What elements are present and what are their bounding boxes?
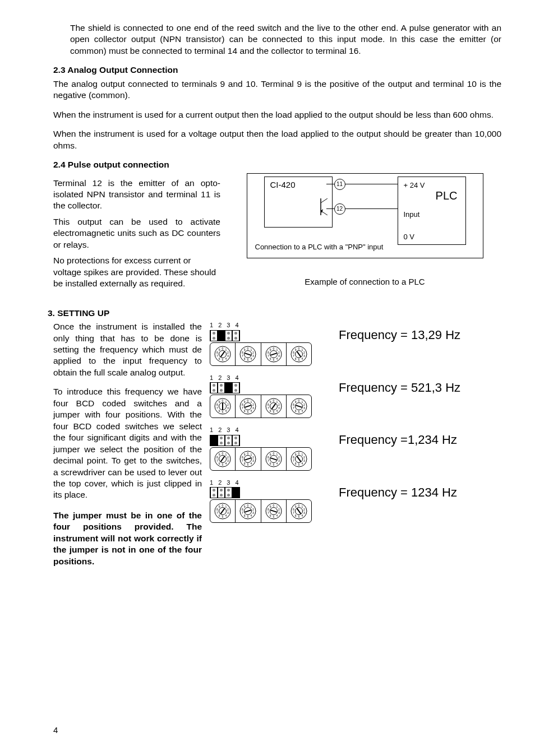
svg-text:3: 3 <box>278 511 280 514</box>
svg-text:4: 4 <box>301 357 303 360</box>
dip-slot-3 <box>225 435 232 446</box>
svg-text:9: 9 <box>219 400 220 403</box>
svg-text:0: 0 <box>247 347 249 350</box>
svg-text:3: 3 <box>227 459 229 462</box>
dip-slot-4 <box>233 488 239 498</box>
svg-text:1: 1 <box>225 347 227 351</box>
svg-text:5: 5 <box>273 463 274 466</box>
svg-text:9: 9 <box>244 453 246 456</box>
dip-slot-3 <box>225 383 232 393</box>
svg-text:0: 0 <box>273 399 274 402</box>
svg-text:3: 3 <box>227 406 229 410</box>
svg-text:4: 4 <box>251 514 252 517</box>
svg-text:1: 1 <box>251 453 252 456</box>
svg-text:5: 5 <box>298 358 299 361</box>
svg-text:5: 5 <box>298 463 299 466</box>
svg-text:0: 0 <box>273 347 274 350</box>
svg-text:3: 3 <box>252 354 254 358</box>
svg-text:3: 3 <box>227 354 229 358</box>
svg-text:2: 2 <box>278 403 280 406</box>
svg-text:8: 8 <box>216 456 218 459</box>
svg-text:0: 0 <box>298 347 299 350</box>
svg-text:5: 5 <box>273 410 274 414</box>
svg-text:7: 7 <box>216 354 218 358</box>
svg-text:3: 3 <box>252 511 254 514</box>
svg-text:0: 0 <box>298 399 299 402</box>
svg-text:3: 3 <box>278 406 280 410</box>
dip-slot-1 <box>211 435 217 446</box>
svg-text:3: 3 <box>303 354 305 358</box>
svg-text:7: 7 <box>293 406 294 410</box>
svg-text:1: 1 <box>276 347 278 351</box>
svg-text:8: 8 <box>268 508 269 511</box>
sec23-p2: When the instrument is used for a curren… <box>53 109 501 120</box>
encoder-3-3: 0123456789 <box>261 448 287 470</box>
svg-text:7: 7 <box>242 511 243 514</box>
svg-text:2: 2 <box>303 456 305 459</box>
svg-text:9: 9 <box>219 453 220 456</box>
svg-text:5: 5 <box>298 410 299 414</box>
svg-text:0: 0 <box>222 347 224 350</box>
svg-text:2: 2 <box>252 403 254 406</box>
svg-text:4: 4 <box>225 514 227 517</box>
encoder-1-1: 0123456789 <box>210 343 236 365</box>
encoder-group-2: 0123456789 0123456789 0123456789 0123456… <box>210 395 312 418</box>
svg-text:7: 7 <box>242 459 243 462</box>
dip-label-4: 1 2 3 4 <box>210 479 322 487</box>
plc-24v-label: + 24 V <box>404 180 425 190</box>
svg-text:8: 8 <box>216 350 218 354</box>
dip-slot-1 <box>211 331 217 341</box>
sec24-p1: Terminal 12 is the emitter of an opto-is… <box>53 178 220 212</box>
dip-slot-4 <box>233 435 239 446</box>
sec23-p3: When the instrument is used for a voltag… <box>53 128 501 151</box>
svg-text:8: 8 <box>242 508 243 511</box>
svg-text:0: 0 <box>298 504 299 507</box>
dip-label-2: 1 2 3 4 <box>210 374 322 382</box>
sec3-p3: The jumper must be in one of the four po… <box>53 510 202 567</box>
plc-diagram: CI-420 PLC + 24 V Input 0 V 11 <box>247 173 483 258</box>
svg-text:7: 7 <box>293 354 294 358</box>
svg-text:4: 4 <box>276 357 278 360</box>
frequency-example-2: 1 2 3 4 0123456789 0123456789 0123456789… <box>210 374 501 419</box>
encoder-group-1: 0123456789 0123456789 0123456789 0123456… <box>210 342 312 366</box>
intro-paragraph: The shield is connected to one end of th… <box>53 22 501 57</box>
frequency-label-4: Frequency = 1234 Hz <box>339 479 457 500</box>
svg-text:4: 4 <box>251 357 252 360</box>
svg-text:2: 2 <box>303 403 305 406</box>
svg-text:8: 8 <box>293 508 294 511</box>
frequency-example-4: 1 2 3 4 0123456789 0123456789 0123456789… <box>210 479 501 523</box>
svg-text:9: 9 <box>269 505 271 508</box>
encoder-4-1: 0123456789 <box>210 500 236 522</box>
svg-text:6: 6 <box>244 514 246 517</box>
svg-text:3: 3 <box>252 459 254 462</box>
heading-3: 3. SETTING UP <box>48 308 501 319</box>
ci420-label: CI-420 <box>270 180 296 189</box>
svg-text:4: 4 <box>225 409 227 412</box>
dip-slot-2 <box>218 488 224 498</box>
dip-slot-2 <box>218 331 224 341</box>
dip-slot-2 <box>218 435 224 446</box>
svg-text:1: 1 <box>225 453 227 456</box>
svg-text:5: 5 <box>222 410 224 414</box>
encoder-2-4: 0123456789 <box>287 395 311 418</box>
svg-text:4: 4 <box>276 409 278 412</box>
svg-text:9: 9 <box>244 505 246 508</box>
dip-slot-1 <box>211 488 217 498</box>
svg-text:9: 9 <box>295 505 297 508</box>
svg-text:9: 9 <box>269 453 271 456</box>
svg-text:7: 7 <box>216 511 218 514</box>
frequency-diagram-2: 1 2 3 4 0123456789 0123456789 0123456789… <box>210 374 322 419</box>
svg-text:1: 1 <box>301 347 303 351</box>
svg-text:5: 5 <box>247 410 249 414</box>
svg-text:7: 7 <box>268 354 269 358</box>
svg-text:0: 0 <box>298 452 299 455</box>
svg-text:0: 0 <box>222 504 224 507</box>
dip-slot-4 <box>233 383 239 393</box>
svg-text:5: 5 <box>247 463 249 466</box>
encoder-2-3: 0123456789 <box>261 395 287 418</box>
svg-text:6: 6 <box>269 409 271 412</box>
svg-text:8: 8 <box>293 456 294 459</box>
terminal-11: 11 <box>334 179 345 190</box>
svg-text:9: 9 <box>219 347 220 351</box>
svg-text:0: 0 <box>247 399 249 402</box>
